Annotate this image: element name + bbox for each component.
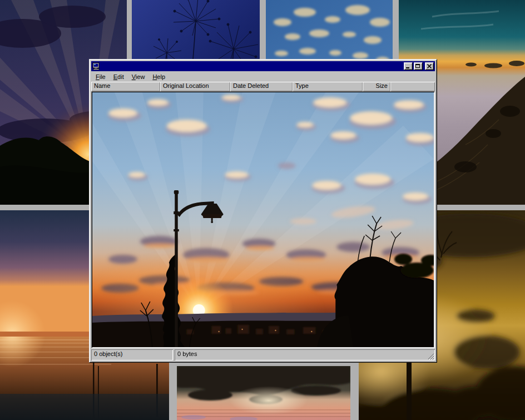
maximize-button[interactable]	[414, 62, 423, 70]
file-list-area[interactable]	[91, 91, 435, 348]
menu-help[interactable]: Help	[149, 72, 170, 81]
minimize-icon	[406, 67, 409, 68]
maximize-icon	[415, 64, 420, 68]
close-button[interactable]	[425, 62, 434, 70]
resize-grip-icon[interactable]	[427, 353, 434, 360]
column-header-filler	[390, 82, 435, 91]
menu-bar: File Edit View Help	[91, 71, 435, 82]
menu-file[interactable]: File	[92, 72, 110, 81]
column-header-row: Name Original Location Date Deleted Type…	[91, 82, 435, 91]
status-size: 0 bytes	[175, 349, 435, 360]
column-header-original-location[interactable]: Original Location	[160, 82, 230, 91]
bg-photo-water-reflection	[177, 366, 350, 420]
folder-background-photo	[92, 92, 434, 347]
menu-edit[interactable]: Edit	[110, 72, 128, 81]
status-object-count: 0 object(s)	[91, 349, 173, 360]
column-header-type[interactable]: Type	[293, 82, 363, 91]
desktop-collage-page: { "window": { "title": "", "menu": { "it…	[0, 0, 525, 420]
column-header-name[interactable]: Name	[91, 82, 160, 91]
menu-view[interactable]: View	[128, 72, 150, 81]
column-header-size[interactable]: Size	[363, 82, 390, 91]
titlebar[interactable]	[91, 61, 435, 71]
recycle-bin-window: File Edit View Help Name Original Locati…	[89, 59, 437, 363]
minimize-button[interactable]	[404, 62, 413, 70]
computer-icon	[92, 62, 100, 70]
column-header-date-deleted[interactable]: Date Deleted	[230, 82, 293, 91]
close-icon	[425, 63, 433, 70]
status-bar: 0 object(s) 0 bytes	[91, 349, 435, 360]
